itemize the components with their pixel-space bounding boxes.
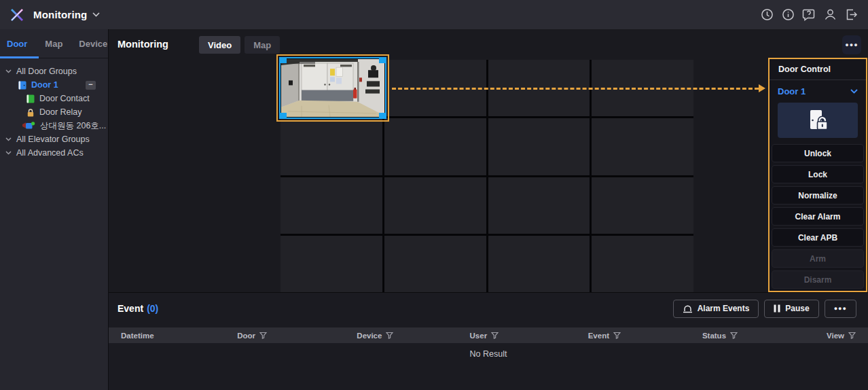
info-icon[interactable] xyxy=(780,7,795,22)
tab-video[interactable]: Video xyxy=(199,36,240,54)
event-count: (0) xyxy=(147,303,158,314)
filter-icon[interactable] xyxy=(730,332,738,339)
tab-map[interactable]: Map xyxy=(45,39,62,49)
video-grid-cell[interactable] xyxy=(488,118,590,175)
app-logo-icon xyxy=(8,6,26,24)
video-grid-cell[interactable] xyxy=(384,177,486,234)
tree-item-label: All Elevator Groups xyxy=(16,135,90,144)
video-grid-cell[interactable] xyxy=(592,118,693,175)
selection-handle[interactable] xyxy=(379,58,385,63)
door-control-title: Door Control xyxy=(770,59,866,80)
help-icon[interactable] xyxy=(801,7,816,22)
column-label: Datetime xyxy=(121,332,154,340)
clear-apb-button[interactable]: Clear APB xyxy=(772,228,864,247)
chevron-down-icon xyxy=(850,89,858,94)
tree-item-door-contact[interactable]: Door Contact xyxy=(0,92,108,105)
video-grid-cell[interactable] xyxy=(592,236,693,292)
lock-icon xyxy=(26,108,35,117)
video-grid-cell[interactable] xyxy=(488,177,590,234)
door-status-indicator xyxy=(778,103,858,138)
selection-handle[interactable] xyxy=(281,113,287,118)
video-grid-cell[interactable] xyxy=(592,177,693,234)
lock-button[interactable]: Lock xyxy=(772,165,864,183)
event-section: Event (0) Alarm Events Pause ●●● xyxy=(109,292,868,390)
tree-item-all-door-groups[interactable]: All Door Groups xyxy=(0,65,108,78)
clear-alarm-button[interactable]: Clear Alarm xyxy=(772,207,864,226)
filter-icon[interactable] xyxy=(386,332,393,339)
column-label: Status xyxy=(702,332,726,340)
camera-feed-image xyxy=(281,59,384,117)
event-actions: Alarm Events Pause ●●● xyxy=(673,300,856,318)
selected-camera-feed[interactable] xyxy=(276,54,389,122)
pause-icon xyxy=(774,304,780,313)
user-icon[interactable] xyxy=(822,7,837,22)
sidebar-tabs: Door Map Device xyxy=(0,29,108,58)
ellipsis-icon: ●●● xyxy=(834,305,847,312)
camera-to-door-arrow xyxy=(392,88,759,90)
event-more-button[interactable]: ●●● xyxy=(825,300,856,318)
filter-icon[interactable] xyxy=(848,332,856,339)
monitoring-app: Monitoring xyxy=(0,0,868,390)
chevron-down-icon xyxy=(5,151,12,155)
tree-item-door-1[interactable]: Door 1 − xyxy=(0,78,108,92)
chevron-down-icon[interactable] xyxy=(92,12,100,17)
filter-icon[interactable] xyxy=(259,332,267,339)
chevron-down-icon xyxy=(5,69,12,73)
app-title: Monitoring xyxy=(33,9,87,20)
logout-icon[interactable] xyxy=(844,7,858,22)
alarm-events-label: Alarm Events xyxy=(698,304,750,313)
collapse-icon[interactable]: − xyxy=(86,81,96,90)
column-datetime: Datetime xyxy=(121,332,237,340)
column-label: Device xyxy=(357,332,382,340)
page-title: Monitoring xyxy=(117,39,168,50)
tree-item-label: Door Relay xyxy=(39,107,82,117)
alarm-siren-icon xyxy=(683,304,693,313)
video-grid-cell[interactable] xyxy=(281,118,382,175)
video-grid-cell[interactable] xyxy=(281,236,382,292)
column-user: User xyxy=(470,332,588,340)
tab-door[interactable]: Door xyxy=(7,39,27,49)
normalize-button[interactable]: Normalize xyxy=(772,186,864,205)
video-grid-cell[interactable] xyxy=(384,118,486,175)
filter-icon[interactable] xyxy=(613,332,621,339)
tree-item-door-relay[interactable]: Door Relay xyxy=(0,105,108,119)
door-tree: All Door Groups Door 1 − Door Contact xyxy=(0,58,108,160)
tree-item-all-advanced-acs[interactable]: All Advanced ACs xyxy=(0,146,108,160)
disarm-button: Disarm xyxy=(772,270,864,289)
filter-icon[interactable] xyxy=(491,332,499,339)
video-grid-cell[interactable] xyxy=(281,177,382,234)
clock-icon[interactable] xyxy=(759,7,774,22)
locked-door-icon xyxy=(805,109,831,132)
video-grid-cell[interactable] xyxy=(488,236,590,292)
video-grid-cell[interactable] xyxy=(384,236,486,292)
door-control-buttons: Unlock Lock Normalize Clear Alarm Clear … xyxy=(770,144,866,289)
selection-handle[interactable] xyxy=(281,58,287,63)
column-label: Event xyxy=(588,332,609,340)
sidebar: Door Map Device All Door Groups Door 1 − xyxy=(0,29,109,390)
door-icon xyxy=(18,81,26,90)
unlock-button[interactable]: Unlock xyxy=(772,144,864,162)
active-tab-underline xyxy=(0,56,39,58)
column-door: Door xyxy=(237,332,357,340)
arm-button: Arm xyxy=(772,249,864,268)
door-contact-icon xyxy=(26,94,35,103)
arrow-head-icon xyxy=(759,84,765,92)
camera-selection-frame xyxy=(279,57,386,119)
more-options-button[interactable]: ●●● xyxy=(842,35,861,54)
event-table-header: Datetime Door Device User Event Status xyxy=(109,327,868,343)
tree-item-label: 상대원동 206호... xyxy=(40,120,106,132)
tab-device[interactable]: Device xyxy=(79,39,107,49)
tree-item-label: All Advanced ACs xyxy=(16,148,84,158)
pause-button[interactable]: Pause xyxy=(764,300,818,318)
door-select-dropdown[interactable]: Door 1 xyxy=(778,81,858,102)
alarm-events-button[interactable]: Alarm Events xyxy=(673,300,759,318)
column-label: Door xyxy=(237,332,255,340)
topbar: Monitoring xyxy=(0,0,868,29)
selection-handle[interactable] xyxy=(379,113,385,118)
tree-item-camera[interactable]: 상대원동 206호... xyxy=(0,119,108,132)
tab-map-view[interactable]: Map xyxy=(245,36,280,54)
tree-item-all-elevator-groups[interactable]: All Elevator Groups xyxy=(0,132,108,146)
event-title: Event xyxy=(117,303,143,314)
view-tabs: Video Map xyxy=(199,36,280,54)
chevron-down-icon xyxy=(5,137,12,141)
